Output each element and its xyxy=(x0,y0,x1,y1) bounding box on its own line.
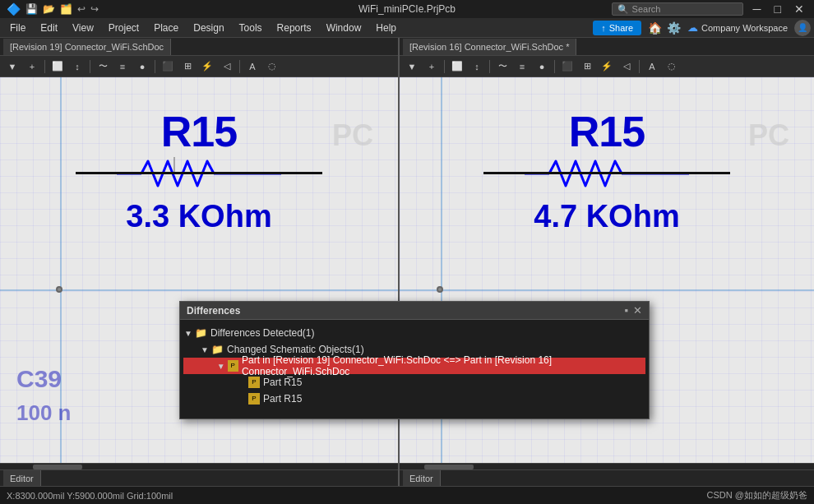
right-scrollbar[interactable] xyxy=(400,463,814,469)
left-pc-label: PC xyxy=(332,118,373,153)
nav-icons: 🏠 ⚙️ xyxy=(648,21,681,35)
home-icon[interactable]: 🏠 xyxy=(648,21,662,35)
right-scrollbar-thumb[interactable] xyxy=(424,465,474,469)
search-icon: 🔍 xyxy=(617,4,629,15)
text-btn[interactable]: A xyxy=(243,58,261,75)
menu-edit[interactable]: Edit xyxy=(34,20,64,36)
menu-reports[interactable]: Reports xyxy=(271,20,318,36)
menu-view[interactable]: View xyxy=(66,20,100,36)
tree-item-root[interactable]: ▼ 📁 Differences Detected(1) xyxy=(183,325,645,341)
right-editor-tab[interactable]: Editor xyxy=(403,470,441,487)
r-wire-btn[interactable]: 〜 xyxy=(493,58,511,75)
bus-btn[interactable]: ≡ xyxy=(113,58,132,75)
r-bus-btn[interactable]: ≡ xyxy=(513,58,531,75)
tree-part-r15-2-label: Part R15 xyxy=(263,393,302,405)
left-toolbar: ▼ + ⬜ ↕ 〜 ≡ ● ⬛ ⊞ ⚡ ◁ A ◌ xyxy=(0,56,398,77)
undo-icon[interactable]: ↩ xyxy=(77,3,86,15)
r-select-btn[interactable]: ⬜ xyxy=(448,58,466,75)
main-area: [Revision 19] Connector_WiFi.SchDoc ▼ + … xyxy=(0,38,814,486)
company-workspace-label: Company Workspace xyxy=(701,23,788,33)
left-editor-tab[interactable]: Editor xyxy=(3,470,41,487)
r-text-btn[interactable]: A xyxy=(643,58,661,75)
tree-changed-label: Changed Schematic Objects(1) xyxy=(227,344,364,355)
port-btn[interactable]: ◁ xyxy=(218,58,236,75)
redo-icon[interactable]: ↪ xyxy=(90,3,99,15)
user-avatar[interactable]: 👤 xyxy=(794,20,811,36)
part-icon-r15-2: P xyxy=(248,393,260,405)
close-button[interactable]: ✕ xyxy=(791,2,807,16)
tree-item-part-diff[interactable]: ▼ P Part in [Revision 19] Connector_WiFi… xyxy=(183,358,645,374)
r-power-btn[interactable]: ⚡ xyxy=(598,58,616,75)
status-right: CSDN @如如的超级奶爸 xyxy=(707,489,807,502)
tree-item-part-r15-2[interactable]: P Part R15 xyxy=(183,391,645,407)
arrow-changed: ▼ xyxy=(200,345,210,354)
r-place-btn[interactable]: ⬛ xyxy=(558,58,576,75)
wire-btn[interactable]: 〜 xyxy=(94,58,112,75)
r-filter-btn[interactable]: ▼ xyxy=(403,58,421,75)
menu-place[interactable]: Place xyxy=(147,20,185,36)
menu-project[interactable]: Project xyxy=(102,20,146,36)
tree-root-label: Differences Detected(1) xyxy=(210,327,315,339)
menu-help[interactable]: Help xyxy=(369,20,403,36)
right-toolbar: ▼ + ⬜ ↕ 〜 ≡ ● ⬛ ⊞ ⚡ ◁ A ◌ xyxy=(400,56,814,77)
r-port-btn[interactable]: ◁ xyxy=(617,58,636,75)
left-tab-label: [Revision 19] Connector_WiFi.SchDoc xyxy=(10,42,164,52)
select-btn[interactable]: ⬜ xyxy=(49,58,67,75)
dialog-pin-button[interactable]: ▪ xyxy=(624,304,628,317)
r-comp-btn[interactable]: ⊞ xyxy=(578,58,596,75)
filter-btn[interactable]: ▼ xyxy=(3,58,21,75)
r-sep3 xyxy=(554,60,555,73)
right-h-line xyxy=(483,172,730,174)
r-sep2 xyxy=(489,60,490,73)
note-btn[interactable]: ◌ xyxy=(263,58,281,75)
settings-icon[interactable]: ⚙️ xyxy=(667,21,681,35)
minimize-button[interactable]: ─ xyxy=(750,2,765,16)
sep2 xyxy=(90,60,90,73)
dialog-controls: ▪ ✕ xyxy=(624,304,642,317)
share-button[interactable]: ↑ Share xyxy=(593,21,641,35)
r-junction-btn[interactable]: ● xyxy=(533,58,551,75)
r-note-btn[interactable]: ◌ xyxy=(663,58,681,75)
menu-items: File Edit View Project Place Design Tool… xyxy=(3,20,403,36)
menu-tools[interactable]: Tools xyxy=(233,20,269,36)
toolbar-icon-3[interactable]: 🗂️ xyxy=(60,3,72,15)
menu-file[interactable]: File xyxy=(3,20,32,36)
left-scrollbar-thumb[interactable] xyxy=(33,465,82,469)
company-workspace[interactable]: ☁ Company Workspace xyxy=(687,21,788,34)
power-btn[interactable]: ⚡ xyxy=(198,58,216,75)
status-bar: X:8300.000mil Y:5900.000mil Grid:100mil … xyxy=(0,486,814,504)
folder-icon-changed: 📁 xyxy=(211,344,224,355)
dialog-content: ▼ 📁 Differences Detected(1) ▼ 📁 Changed … xyxy=(180,320,649,418)
toolbar-icon-1[interactable]: 💾 xyxy=(25,3,38,15)
move-btn[interactable]: ↕ xyxy=(68,58,86,75)
window-title: WiFi_miniPCIe.PrjPcb xyxy=(358,3,456,15)
left-scrollbar[interactable] xyxy=(0,463,398,469)
r-sep1 xyxy=(444,60,445,73)
left-tab-bar: [Revision 19] Connector_WiFi.SchDoc xyxy=(0,38,398,56)
left-h-line xyxy=(76,172,322,174)
tree-part-r15-1-label: Part R15 xyxy=(263,377,302,388)
maximize-button[interactable]: □ xyxy=(771,2,784,16)
add-btn[interactable]: + xyxy=(23,58,41,75)
dialog-title: Differences xyxy=(187,305,240,317)
cloud-icon: ☁ xyxy=(687,21,698,34)
menu-window[interactable]: Window xyxy=(320,20,368,36)
junction-btn[interactable]: ● xyxy=(133,58,151,75)
arrow-root: ▼ xyxy=(183,329,193,338)
left-tab[interactable]: [Revision 19] Connector_WiFi.SchDoc xyxy=(3,39,171,55)
place-btn[interactable]: ⬛ xyxy=(159,58,177,75)
right-component-value: 4.7 KOhm xyxy=(534,199,679,234)
search-box[interactable]: 🔍 Search xyxy=(612,2,743,16)
menu-right-controls: ↑ Share 🏠 ⚙️ ☁ Company Workspace 👤 xyxy=(593,20,811,36)
comp-btn[interactable]: ⊞ xyxy=(178,58,197,75)
dialog-close-button[interactable]: ✕ xyxy=(633,304,642,317)
right-tab[interactable]: [Revision 16] Connector_WiFi.SchDoc * xyxy=(403,39,576,55)
toolbar-icon-2[interactable]: 📂 xyxy=(43,3,55,15)
r-add-btn[interactable]: + xyxy=(423,58,441,75)
r-move-btn[interactable]: ↕ xyxy=(468,58,486,75)
status-coordinates: X:8300.000mil Y:5900.000mil Grid:100mil xyxy=(7,491,173,501)
menu-design[interactable]: Design xyxy=(187,20,230,36)
right-pc-label: PC xyxy=(748,118,789,153)
share-label: Share xyxy=(609,23,633,33)
right-panel-bottom: Editor xyxy=(400,469,814,486)
